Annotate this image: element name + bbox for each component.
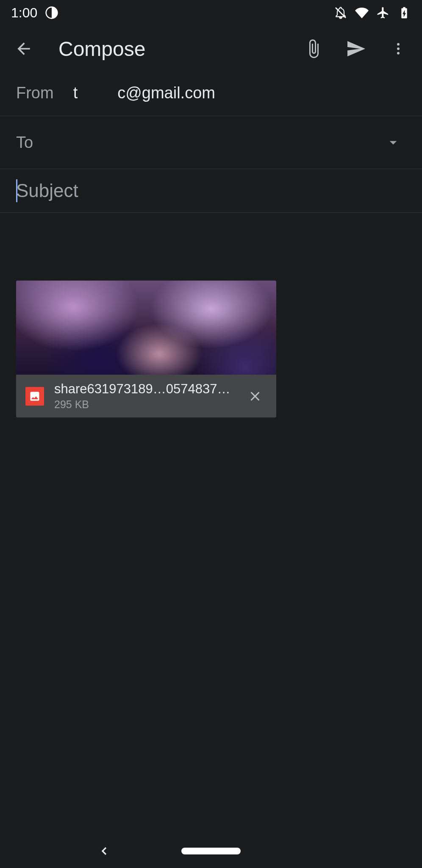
battery-charging-icon (397, 6, 411, 19)
from-value-part2: c@gmail.com (117, 84, 215, 102)
system-nav-bar (0, 834, 422, 868)
compose-screen: 1:00 Compose (0, 0, 422, 868)
svg-point-2 (397, 43, 400, 46)
svg-point-4 (397, 52, 400, 55)
text-cursor (16, 179, 17, 202)
attachment-footer: share631973189…05748371.png 295 KB (16, 375, 276, 417)
app-bar: Compose (0, 25, 422, 72)
from-row[interactable]: From t c@gmail.com (0, 72, 422, 116)
from-label: From (16, 84, 54, 102)
more-options-button[interactable] (383, 33, 414, 64)
status-bar: 1:00 (0, 0, 422, 25)
status-left: 1:00 (11, 5, 58, 21)
to-row[interactable]: To (0, 116, 422, 169)
compose-body[interactable]: share631973189…05748371.png 295 KB (0, 213, 422, 868)
send-button[interactable] (341, 33, 371, 64)
status-right (334, 6, 411, 19)
attachment-info: share631973189…05748371.png 295 KB (54, 381, 233, 411)
attachment-size: 295 KB (54, 398, 233, 411)
subject-row[interactable] (0, 169, 422, 213)
from-value: t c@gmail.com (73, 84, 215, 102)
svg-point-3 (397, 47, 400, 50)
status-time: 1:00 (11, 5, 37, 21)
image-file-icon (25, 387, 44, 406)
system-back-button[interactable] (89, 836, 119, 866)
gesture-pill[interactable] (181, 848, 241, 854)
back-button[interactable] (8, 33, 39, 64)
subject-input[interactable] (16, 180, 406, 201)
page-title: Compose (58, 37, 286, 61)
airplane-mode-icon (376, 6, 390, 19)
from-value-part1: t (73, 84, 78, 102)
attachment-card[interactable]: share631973189…05748371.png 295 KB (16, 281, 276, 417)
attachment-preview (16, 281, 276, 375)
wifi-icon (355, 6, 369, 19)
app-indicator-icon (45, 6, 58, 19)
remove-attachment-button[interactable] (243, 384, 267, 408)
dnd-off-icon (334, 6, 347, 19)
to-label: To (16, 134, 380, 152)
expand-recipients-button[interactable] (380, 130, 406, 155)
attach-button[interactable] (298, 33, 329, 64)
attachment-name: share631973189…05748371.png (54, 381, 233, 397)
